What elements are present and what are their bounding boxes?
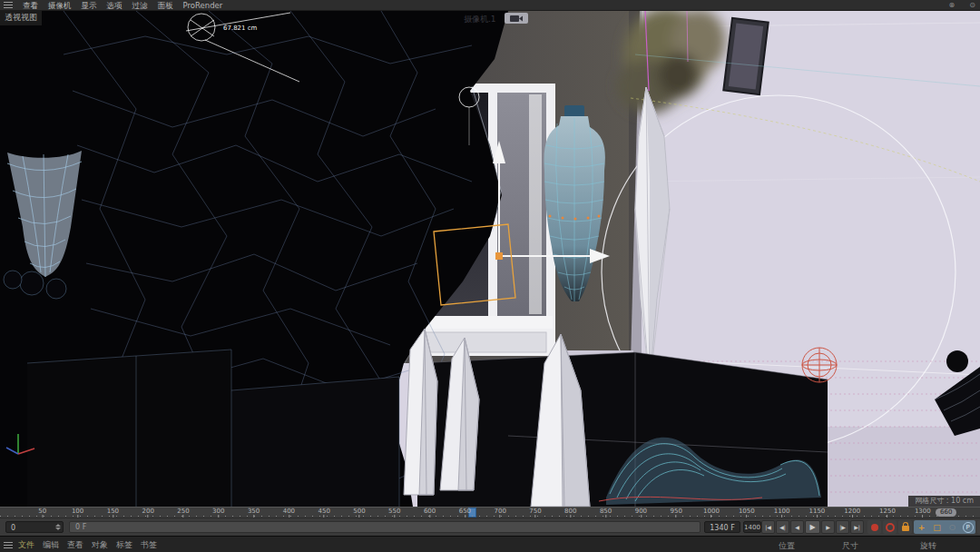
hamburger-icon-bottom[interactable]: [4, 542, 13, 548]
perspective-viewport[interactable]: 透视视图 摄像机.1 67.821 cm 网格尺寸 : 10 cm: [0, 11, 980, 507]
timeline-tick: 850: [600, 508, 612, 518]
cinema4d-window: { "app": { "menu_items": ["查看", "摄像机", "…: [0, 0, 980, 552]
status-menu-item[interactable]: 书签: [141, 539, 157, 551]
transport-buttons: |◀◀|◀▶▶|▶▶|: [761, 520, 864, 534]
timeline-tick: 800: [564, 508, 576, 518]
coord-rotation-label: 旋转: [920, 540, 936, 552]
red-sphere-gizmo[interactable]: [802, 348, 837, 382]
measurement-label: 67.821 cm: [223, 25, 257, 32]
menu-item[interactable]: 查看: [23, 0, 38, 11]
status-menu-item[interactable]: 查看: [67, 539, 83, 551]
view-label[interactable]: 透视视图: [0, 11, 42, 25]
menu-item[interactable]: 选项: [107, 0, 122, 11]
timeline-tick: 650: [459, 508, 471, 518]
prev-key-button[interactable]: ◀|: [776, 520, 789, 534]
current-frame-badge: 660: [936, 508, 956, 517]
viewport-menu-bar: 查看摄像机显示选项过滤面板ProRender ⊗ ⊙: [0, 0, 980, 11]
status-menu-item[interactable]: 文件: [18, 539, 34, 551]
autokey-button[interactable]: [883, 520, 897, 534]
status-menu-item[interactable]: 标签: [116, 539, 132, 551]
timeline-tick: 1250: [879, 508, 896, 518]
timeline-tick: 50: [38, 508, 46, 518]
goto-start-button[interactable]: |◀: [761, 520, 775, 534]
status-menu-item[interactable]: 编辑: [43, 539, 59, 551]
timeline-tick: 450: [318, 508, 330, 518]
timeline-tick: 300: [212, 508, 224, 518]
timeline-tick: 900: [635, 508, 647, 518]
viewport-toggle-icon[interactable]: ⊙: [969, 0, 975, 11]
timeline-tick: 500: [353, 508, 365, 518]
menu-item[interactable]: 显示: [82, 0, 97, 11]
bottom-status-bar: 文件编辑查看对象标签书签 位置 尺寸 旋转: [0, 536, 980, 552]
frame-spinner[interactable]: [55, 524, 61, 530]
animation-transport-bar: 0 0 F 1340 F 1400 |◀◀|◀▶▶|▶▶| + □ ○ P ◆ …: [0, 518, 980, 536]
timeline-tick: 550: [388, 508, 400, 518]
timeline-tick: 1100: [774, 508, 790, 518]
camera-icon[interactable]: [505, 13, 528, 24]
timeline-tick: 750: [529, 508, 541, 518]
key-position-button[interactable]: +: [915, 520, 928, 534]
parameter-icon: P: [963, 522, 974, 533]
key-parameter-button[interactable]: P: [961, 520, 975, 534]
menu-item[interactable]: ProRender: [183, 0, 223, 11]
key-rotation-button[interactable]: ○: [946, 520, 959, 534]
next-frame-button[interactable]: ▶: [821, 520, 835, 534]
key-scale-button[interactable]: □: [930, 520, 944, 534]
status-menu-item[interactable]: 对象: [92, 539, 108, 551]
timeline-tick: 1300: [915, 508, 931, 518]
timeline-tick: 150: [107, 508, 119, 518]
timeline-tick: 400: [283, 508, 295, 518]
goto-end-button[interactable]: ▶|: [850, 520, 864, 534]
timeline-ruler[interactable]: 660 501001502002503003504004505005506006…: [0, 507, 980, 518]
timeline-tick: 1000: [703, 508, 720, 518]
timeline-tick: 350: [248, 508, 260, 518]
timeline-tick: 200: [142, 508, 154, 518]
coord-position-label: 位置: [779, 540, 795, 552]
menu-item[interactable]: 摄像机: [48, 0, 72, 11]
prev-frame-button[interactable]: ◀: [790, 520, 804, 534]
camera-label: 摄像机.1: [464, 14, 496, 25]
timeline-tick: 100: [72, 508, 83, 518]
viewport-undo-view-icon[interactable]: ⊗: [949, 0, 956, 11]
keyframe-lock-button[interactable]: [898, 520, 912, 534]
timeline-tick: 250: [177, 508, 189, 518]
next-key-button[interactable]: |▶: [836, 520, 849, 534]
grid-size-label: 网格尺寸 : 10 cm: [908, 496, 980, 507]
menu-item[interactable]: 过滤: [132, 0, 148, 11]
keyframe-buttons: + □ ○ P ◆ ⋮⋮: [867, 520, 980, 534]
timeline-tick: 1150: [808, 508, 825, 518]
status-bar-menus: 文件编辑查看对象标签书签: [18, 537, 157, 552]
timeline-tick: 1200: [844, 508, 860, 518]
max-frame-field[interactable]: 1400: [743, 521, 761, 533]
menu-item[interactable]: 面板: [158, 0, 173, 11]
record-keyframe-button[interactable]: [867, 520, 881, 534]
hamburger-icon[interactable]: [4, 2, 13, 8]
timeline-range-slider[interactable]: 0 F: [69, 521, 701, 533]
viewport-canvas[interactable]: [0, 11, 980, 507]
timeline-tick: 950: [671, 508, 682, 518]
end-frame-field[interactable]: 1340 F: [704, 521, 740, 533]
timeline-tick: 700: [495, 508, 506, 518]
timeline-tick: 600: [424, 508, 436, 518]
play-button[interactable]: ▶: [805, 520, 820, 534]
picture-frame[interactable]: [723, 18, 768, 94]
lock-icon: [902, 526, 909, 531]
coord-size-label: 尺寸: [842, 540, 858, 552]
current-frame-field[interactable]: 0: [5, 521, 64, 533]
timeline-tick: 1050: [739, 508, 755, 518]
